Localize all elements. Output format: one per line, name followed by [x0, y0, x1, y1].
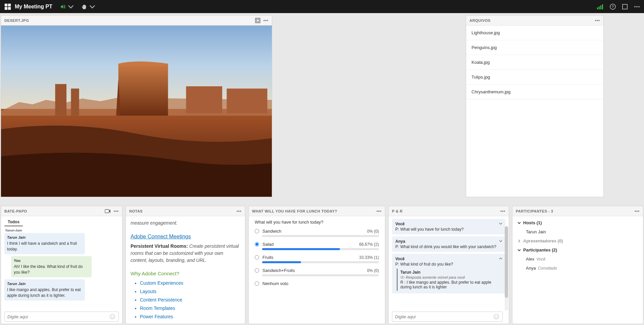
svg-point-16 [263, 20, 265, 21]
participants-section-label: Participantes (2) [523, 247, 557, 252]
participants-section-label: Hosts (1) [523, 220, 542, 225]
file-item[interactable]: Tulips.jpg [466, 70, 603, 85]
poll-option-label: Salad [262, 242, 359, 247]
poll-option[interactable]: Salad66.67% (2) [255, 242, 379, 247]
pod-options-icon[interactable] [236, 208, 242, 214]
poll-option-label: Sandwich+Fruits [262, 268, 367, 273]
notes-line-measure: measure engagement. [131, 220, 240, 227]
chevron-down-icon [517, 248, 522, 252]
raise-hand-control[interactable] [81, 4, 95, 10]
chevron-down-icon[interactable] [499, 222, 503, 226]
svg-point-11 [634, 6, 636, 7]
participants-pod-title: PARTICIPANTES - 3 [516, 209, 553, 213]
file-item[interactable]: Lighthouse.jpg [466, 26, 603, 40]
participant-entry[interactable]: AnyaConvidado [512, 264, 643, 273]
qa-question[interactable]: VocêP: What will you have for lunch toda… [392, 219, 505, 234]
files-pod-title: ARQUIVOS [469, 18, 491, 22]
poll-option-percent: 0% (0) [367, 229, 379, 234]
pod-options-icon[interactable] [113, 208, 119, 214]
poll-no-vote-radio[interactable] [255, 281, 259, 286]
audio-control[interactable] [60, 4, 74, 10]
fullscreen-toggle-icon[interactable] [255, 18, 260, 23]
participant-entry[interactable]: Tarun Jain [512, 227, 643, 236]
file-item[interactable]: Chrysanthemum.jpg [466, 85, 603, 99]
svg-point-48 [638, 211, 639, 212]
chevron-up-icon[interactable] [499, 257, 503, 261]
svg-rect-3 [8, 7, 11, 9]
qa-question[interactable]: VocêP: What kind of fruit do you like?Ta… [392, 254, 505, 293]
poll-option-radio[interactable] [255, 242, 259, 246]
poll-option-radio[interactable] [255, 229, 259, 233]
svg-point-40 [500, 211, 502, 212]
send-icon[interactable] [493, 313, 500, 320]
pod-options-icon[interactable] [263, 18, 268, 23]
help-icon[interactable]: ? [610, 4, 616, 10]
notes-bullet[interactable]: Layouts [140, 287, 240, 296]
poll-option[interactable]: Sandwich0% (0) [255, 229, 379, 234]
poll-option-label: Fruits [262, 255, 359, 260]
notes-why-heading: Why Adobe Connect? [131, 270, 240, 278]
poll-bar-fill [262, 248, 340, 250]
pod-options-icon[interactable] [376, 208, 382, 214]
poll-option[interactable]: Sandwich+Fruits0% (0) [255, 268, 379, 273]
chat-message: YouAh! I like the idea. What kind of fru… [11, 256, 92, 277]
qa-scrollbar-thumb[interactable] [505, 226, 508, 298]
poll-option-radio[interactable] [255, 268, 259, 273]
notes-bullet[interactable]: Custom Experiences [140, 279, 240, 287]
participants-pod: PARTICIPANTES - 3 Hosts (1)Tarun JainApr… [512, 206, 643, 324]
svg-point-27 [597, 20, 598, 21]
participant-tag: Convidado [538, 266, 557, 271]
poll-no-vote-option[interactable]: Nenhum voto [255, 281, 379, 286]
chat-popout-icon[interactable] [105, 208, 111, 214]
more-menu-icon[interactable] [634, 4, 640, 10]
svg-point-42 [504, 211, 505, 212]
pod-options-icon[interactable] [500, 208, 505, 214]
poll-bar-track [262, 261, 379, 263]
chevron-down-icon[interactable] [499, 239, 503, 243]
participants-section-header[interactable]: Participantes (2) [512, 245, 643, 254]
topbar: My Meeting PT ? [0, 0, 644, 13]
file-item[interactable]: Penguins.jpg [466, 40, 603, 55]
participants-section-header[interactable]: Hosts (1) [512, 218, 643, 227]
qa-question-text: P: What kind of drink you would like wit… [395, 244, 502, 249]
meeting-title: My Meeting PT [15, 4, 52, 10]
notes-content[interactable]: measure engagement. Adobe Connect Meetin… [126, 216, 245, 324]
connection-status-icon[interactable] [597, 4, 604, 9]
participants-section-header[interactable]: Apresentadores (0) [512, 236, 643, 245]
chat-text: I like mango and apples. But prefer to e… [7, 287, 81, 298]
svg-point-39 [380, 211, 381, 212]
qa-pod: P & R VocêP: What will you have for lunc… [388, 206, 509, 324]
notes-bullet[interactable]: Content Persistence [140, 296, 240, 304]
svg-point-44 [402, 277, 403, 278]
qa-asker: Anya [395, 239, 502, 244]
chat-sender: Tarun Jain [7, 281, 82, 286]
file-item[interactable]: Koala.jpg [466, 55, 603, 70]
chat-message: Tarun JainI think I will have a sandwich… [4, 233, 85, 254]
svg-point-30 [114, 211, 115, 212]
pod-options-icon[interactable] [595, 18, 600, 23]
qa-scrollbar[interactable] [505, 226, 508, 310]
poll-no-vote-label: Nenhum voto [262, 281, 288, 286]
fullscreen-icon[interactable] [622, 4, 628, 10]
notes-bullet[interactable]: Room Templates [140, 304, 240, 313]
chat-text: Ah! I like the idea. What kind of fruit … [14, 264, 83, 275]
chat-tab-all[interactable]: Todos [4, 218, 23, 226]
participants-list: Hosts (1)Tarun JainApresentadores (0)Par… [512, 216, 643, 275]
app-logo-icon [4, 3, 11, 10]
poll-option[interactable]: Fruits33.33% (1) [255, 255, 379, 260]
svg-point-41 [502, 211, 503, 212]
svg-rect-5 [599, 6, 600, 9]
notes-link-meetings[interactable]: Adobe Connect Meetings [131, 233, 240, 241]
eye-icon [400, 276, 404, 279]
notes-bullet[interactable]: Power Features [140, 313, 240, 321]
qa-input[interactable] [395, 314, 493, 319]
pod-options-icon[interactable] [634, 208, 640, 214]
chat-message: Tarun JainI like mango and apples. But p… [4, 279, 85, 300]
chat-input[interactable] [7, 314, 109, 319]
poll-option-radio[interactable] [255, 255, 259, 260]
qa-answer-text: R : I like mango and apples. But prefer … [400, 280, 502, 289]
chat-message-list: Tarun JainTarun JainI think I will have … [1, 226, 122, 310]
participant-entry[interactable]: AlexVocê [512, 254, 643, 264]
send-icon[interactable] [109, 313, 116, 320]
qa-question[interactable]: AnyaP: What kind of drink you would like… [392, 236, 505, 252]
